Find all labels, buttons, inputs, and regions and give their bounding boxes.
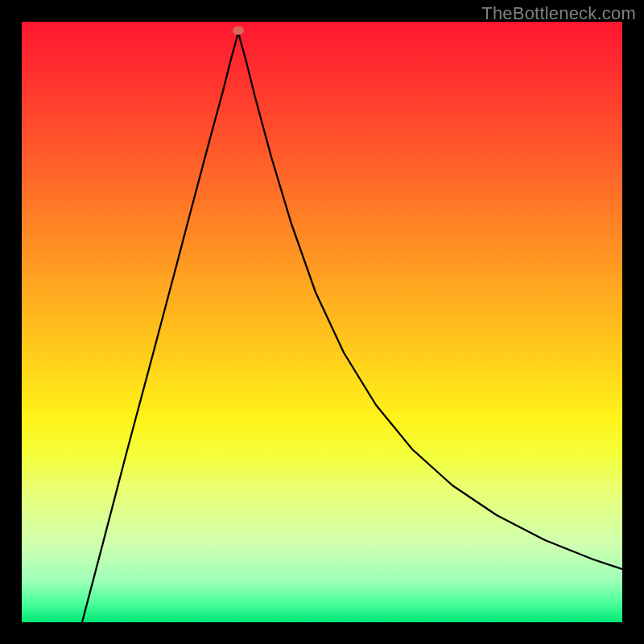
watermark-text: TheBottleneck.com: [481, 3, 636, 24]
minimum-marker-dot: [233, 27, 244, 35]
bottleneck-curve: [22, 22, 622, 622]
chart-frame: TheBottleneck.com: [0, 0, 644, 644]
plot-area: [22, 22, 622, 622]
